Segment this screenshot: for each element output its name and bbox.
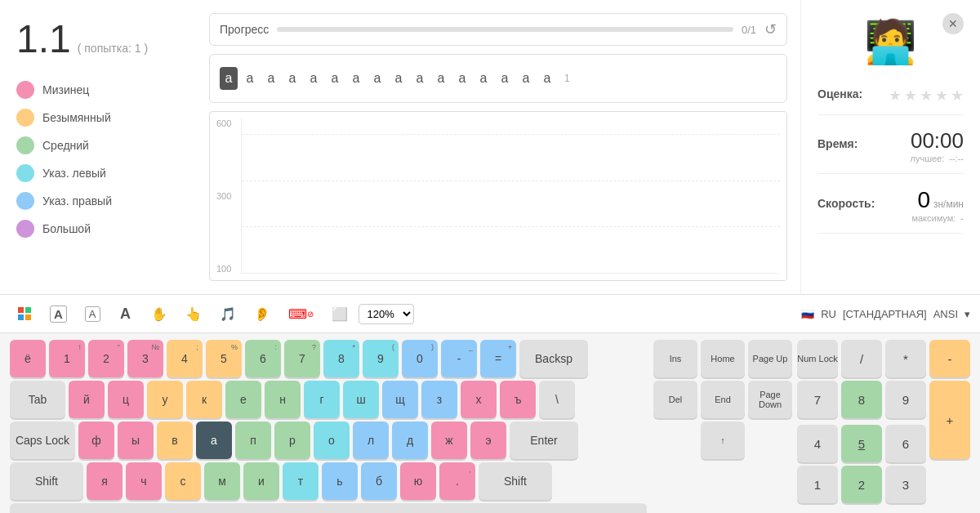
key-и[interactable]: и (243, 462, 279, 500)
key-ъ[interactable]: ъ (500, 381, 536, 418)
key-д[interactable]: д (392, 422, 428, 459)
key-ь[interactable]: ь (322, 462, 358, 500)
key-р[interactable]: р (274, 422, 310, 459)
key-2[interactable]: "2 (88, 340, 124, 377)
key-з[interactable]: з (421, 381, 457, 418)
music-button[interactable]: 🎵 (212, 301, 243, 327)
page-up-key[interactable]: Page Up (748, 340, 792, 377)
num-7-key[interactable]: 7 (797, 381, 838, 418)
key-shift[interactable]: Shift (479, 462, 552, 500)
ins-key[interactable]: Ins (653, 340, 697, 377)
num-8-key[interactable]: 8 (841, 381, 882, 418)
num-6-key[interactable]: 6 (885, 425, 926, 462)
char-box: а (496, 67, 514, 90)
key-с[interactable]: с (165, 462, 201, 500)
key-й[interactable]: й (69, 381, 105, 418)
key-у[interactable]: у (147, 381, 183, 418)
end-key[interactable]: End (701, 381, 745, 418)
right-stats: 🧑‍💻 ✕ Оценка: ★★★★★ Время: 00:00 лучшее:… (800, 0, 980, 294)
key-э[interactable]: э (470, 422, 506, 459)
key-л[interactable]: л (353, 422, 389, 459)
legend-label-ring: Безымянный (42, 111, 111, 124)
key-ы[interactable]: ы (118, 422, 154, 459)
key-main-label: п (250, 434, 256, 447)
num-minus-key[interactable]: - (929, 340, 970, 377)
key-п[interactable]: п (235, 422, 271, 459)
key-tab[interactable]: Tab (10, 381, 65, 418)
zoom-select[interactable]: 80% 100% 120% 150% (359, 304, 414, 324)
key-ш[interactable]: ш (343, 381, 379, 418)
key--[interactable]: _- (441, 340, 477, 377)
key-б[interactable]: б (361, 462, 397, 500)
key-о[interactable]: о (314, 422, 350, 459)
font-button-a[interactable]: A (42, 301, 74, 327)
key-ё[interactable]: ё (10, 340, 46, 377)
key-е[interactable]: е (225, 381, 261, 418)
num-4-key[interactable]: 4 (797, 425, 838, 462)
up-arrow-key[interactable]: ↑ (701, 422, 745, 459)
key-ф[interactable]: ф (78, 422, 114, 459)
del-key[interactable]: Del (653, 381, 697, 418)
grid-view-button[interactable] (10, 301, 39, 327)
close-button[interactable]: ✕ (942, 13, 964, 34)
key-м[interactable]: м (204, 462, 240, 500)
page-down-key[interactable]: Page Down (748, 381, 792, 418)
key-shift[interactable]: Shift (10, 462, 83, 500)
num-2-key[interactable]: 2 (841, 466, 882, 503)
sound-button[interactable]: 👂 (247, 301, 278, 327)
key-ю[interactable]: ю (400, 462, 436, 500)
font-button-a2[interactable]: A (78, 301, 108, 327)
key-г[interactable]: г (304, 381, 340, 418)
key-4[interactable]: ;4 (167, 340, 203, 377)
typing-area[interactable]: аааааааааааааааа1 (209, 54, 787, 103)
space-key[interactable] (10, 503, 647, 513)
key-backsp[interactable]: Backsp (519, 340, 588, 377)
key-щ[interactable]: щ (382, 381, 418, 418)
error-button[interactable]: ⌨⊘ (281, 301, 321, 327)
refresh-button[interactable]: ↺ (764, 20, 777, 38)
key-8[interactable]: *8 (323, 340, 359, 377)
key-1[interactable]: !1 (49, 340, 85, 377)
num-star-key[interactable]: * (885, 340, 926, 377)
numlock-key[interactable]: Num Lock (797, 340, 838, 377)
dropdown-icon[interactable]: ▾ (964, 308, 970, 320)
text-size-button[interactable]: A (111, 301, 140, 327)
key-я[interactable]: я (87, 462, 122, 500)
home-key[interactable]: Home (701, 340, 745, 377)
key-ц[interactable]: ц (108, 381, 144, 418)
key-ч[interactable]: ч (126, 462, 162, 500)
num-9-key[interactable]: 9 (885, 381, 926, 418)
pointer-button[interactable]: 👆 (178, 301, 209, 327)
num-3-key[interactable]: 3 (885, 466, 926, 503)
key-х[interactable]: х (461, 381, 497, 418)
key-9[interactable]: (9 (363, 340, 399, 377)
num-1-key[interactable]: 1 (797, 466, 838, 503)
key-caps-lock[interactable]: Caps Lock (10, 422, 75, 459)
key-7[interactable]: ?7 (284, 340, 320, 377)
num-5-key[interactable]: 5 (841, 425, 882, 462)
layout-label[interactable]: [СТАНДАРТНАЯ] (843, 308, 927, 320)
screen-button[interactable]: ⬜ (324, 301, 355, 327)
key-ж[interactable]: ж (431, 422, 467, 459)
key-3[interactable]: №3 (127, 340, 163, 377)
ansi-label[interactable]: ANSI (933, 308, 958, 320)
hand-tool-button[interactable]: ✋ (144, 301, 175, 327)
star-1: ★ (889, 87, 902, 105)
key-0[interactable]: )0 (402, 340, 438, 377)
key-к[interactable]: к (186, 381, 222, 418)
key-6[interactable]: :6 (245, 340, 281, 377)
key-\[interactable]: \ (539, 381, 575, 418)
key-main-label: с (180, 475, 186, 488)
key-н[interactable]: н (265, 381, 301, 418)
key-т[interactable]: т (283, 462, 318, 500)
key-.[interactable]: ,. (439, 462, 475, 500)
key-=[interactable]: += (480, 340, 516, 377)
num-plus-key[interactable]: + (929, 381, 970, 459)
chart-y-label: 100 (216, 264, 231, 274)
key-в[interactable]: в (157, 422, 193, 459)
num-slash-key[interactable]: / (841, 340, 882, 377)
key-main-label: = (495, 352, 501, 365)
key-5[interactable]: %5 (206, 340, 242, 377)
key-enter[interactable]: Enter (510, 422, 578, 459)
key-а[interactable]: а (196, 422, 232, 459)
